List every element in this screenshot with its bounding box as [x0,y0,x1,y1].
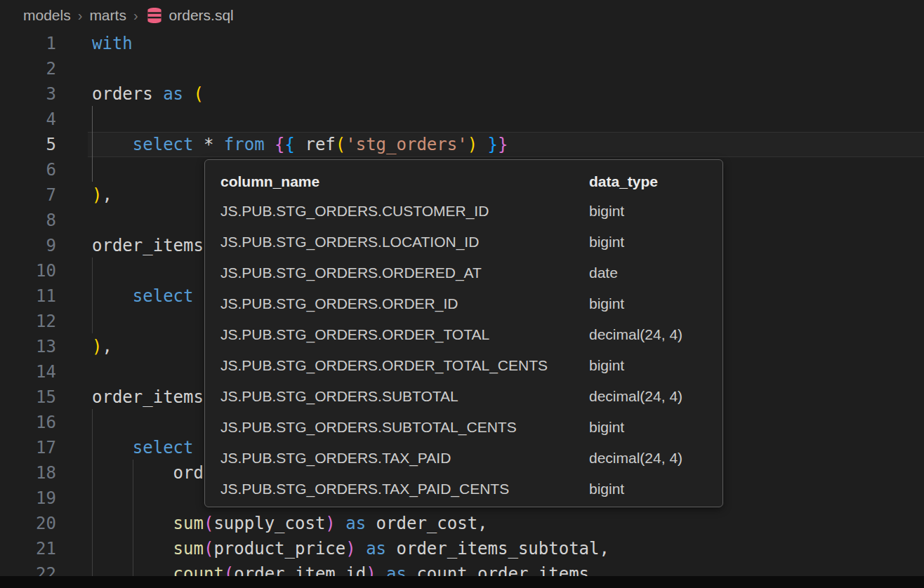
line-number: 15 [0,385,56,410]
code-text: ord [92,460,204,486]
hover-popup-column-table[interactable]: column_name data_type JS.PUB.STG_ORDERS.… [204,159,723,507]
popup-table-row: JS.PUB.STG_ORDERS.ORDERED_ATdate [220,258,722,288]
popup-cell-data-type: decimal(24, 4) [589,388,722,405]
code-line-20[interactable]: 20 sum(supply_cost) as order_cost, [0,511,924,536]
code-text: ), [92,182,112,208]
line-number: 14 [0,359,56,385]
popup-cell-data-type: date [589,265,722,281]
popup-cell-data-type: bigint [589,203,722,220]
code-text: sum(supply_cost) as order_cost, [92,511,488,536]
breadcrumb-item-marts[interactable]: marts [89,7,126,24]
code-text: sum(product_price) as order_items_subtot… [92,536,609,561]
popup-header-row: column_name data_type [220,168,722,196]
code-text: select [92,283,194,309]
popup-cell-column-name: JS.PUB.STG_ORDERS.SUBTOTAL [220,388,589,405]
code-text: ), [92,334,112,359]
popup-cell-data-type: bigint [589,234,722,250]
chevron-right-icon: › [133,8,138,24]
popup-table-row: JS.PUB.STG_ORDERS.CUSTOMER_IDbigint [220,196,722,227]
popup-cell-column-name: JS.PUB.STG_ORDERS.ORDER_TOTAL [220,326,589,343]
popup-cell-data-type: decimal(24, 4) [589,450,722,467]
popup-table-row: JS.PUB.STG_ORDERS.LOCATION_IDbigint [220,227,722,258]
popup-table-row: JS.PUB.STG_ORDERS.SUBTOTALdecimal(24, 4) [220,381,722,412]
line-number: 19 [0,486,56,511]
bottom-panel-edge [0,576,924,588]
popup-cell-column-name: JS.PUB.STG_ORDERS.LOCATION_ID [220,234,589,250]
line-number: 2 [0,56,56,81]
line-number: 6 [0,157,56,182]
popup-cell-column-name: JS.PUB.STG_ORDERS.ORDER_ID [220,295,589,312]
popup-cell-column-name: JS.PUB.STG_ORDERS.CUSTOMER_ID [220,203,589,220]
line-number: 4 [0,107,56,132]
line-number: 11 [0,283,56,309]
breadcrumb-item-file[interactable]: orders.sql [169,7,234,24]
popup-cell-data-type: bigint [589,295,722,312]
line-number: 3 [0,81,56,107]
popup-cell-column-name: JS.PUB.STG_ORDERS.ORDERED_AT [220,265,589,281]
popup-cell-column-name: JS.PUB.STG_ORDERS.TAX_PAID_CENTS [220,481,589,497]
code-text: select [92,435,194,460]
line-number: 7 [0,182,56,208]
popup-header-data-type: data_type [589,173,722,190]
popup-cell-data-type: decimal(24, 4) [589,326,722,343]
code-line-2[interactable]: 2 [0,56,924,81]
breadcrumb-item-models[interactable]: models [23,7,71,24]
popup-header-column-name: column_name [220,173,589,190]
popup-cell-column-name: JS.PUB.STG_ORDERS.SUBTOTAL_CENTS [220,419,589,436]
popup-table-row: JS.PUB.STG_ORDERS.TAX_PAID_CENTSbigint [220,474,722,505]
popup-table-row: JS.PUB.STG_ORDERS.ORDER_TOTAL_CENTSbigin… [220,350,722,381]
code-text: orders as ( [92,81,204,107]
database-icon [145,6,164,25]
line-number: 13 [0,334,56,359]
line-number: 20 [0,511,56,536]
line-number: 16 [0,410,56,435]
line-number: 10 [0,258,56,283]
line-number: 5 [0,132,56,157]
chevron-right-icon: › [78,8,83,24]
code-line-1[interactable]: 1with [0,31,924,56]
line-number: 21 [0,536,56,561]
code-text: select * from {{ ref('stg_orders') }} [92,132,508,157]
popup-table-row: JS.PUB.STG_ORDERS.ORDER_TOTALdecimal(24,… [220,319,722,350]
code-text: with [92,31,133,56]
line-number: 1 [0,31,56,56]
popup-table-row: JS.PUB.STG_ORDERS.ORDER_IDbigint [220,288,722,319]
line-number: 9 [0,233,56,258]
code-line-4[interactable]: 4 [0,107,924,132]
line-number: 18 [0,460,56,486]
code-text: order_items [92,233,204,258]
breadcrumb: models › marts › orders.sql [0,0,924,31]
popup-cell-column-name: JS.PUB.STG_ORDERS.ORDER_TOTAL_CENTS [220,357,589,374]
code-line-3[interactable]: 3orders as ( [0,81,924,107]
code-text: order_items [92,385,204,410]
popup-cell-data-type: bigint [589,357,722,374]
popup-table-row: JS.PUB.STG_ORDERS.TAX_PAIDdecimal(24, 4) [220,443,722,474]
line-number: 17 [0,435,56,460]
code-line-21[interactable]: 21 sum(product_price) as order_items_sub… [0,536,924,561]
line-number: 8 [0,208,56,233]
line-number: 12 [0,309,56,334]
code-line-5[interactable]: 5 select * from {{ ref('stg_orders') }} [0,132,924,157]
popup-cell-column-name: JS.PUB.STG_ORDERS.TAX_PAID [220,450,589,467]
popup-cell-data-type: bigint [589,481,722,497]
popup-table-row: JS.PUB.STG_ORDERS.SUBTOTAL_CENTSbigint [220,412,722,443]
popup-cell-data-type: bigint [589,419,722,436]
